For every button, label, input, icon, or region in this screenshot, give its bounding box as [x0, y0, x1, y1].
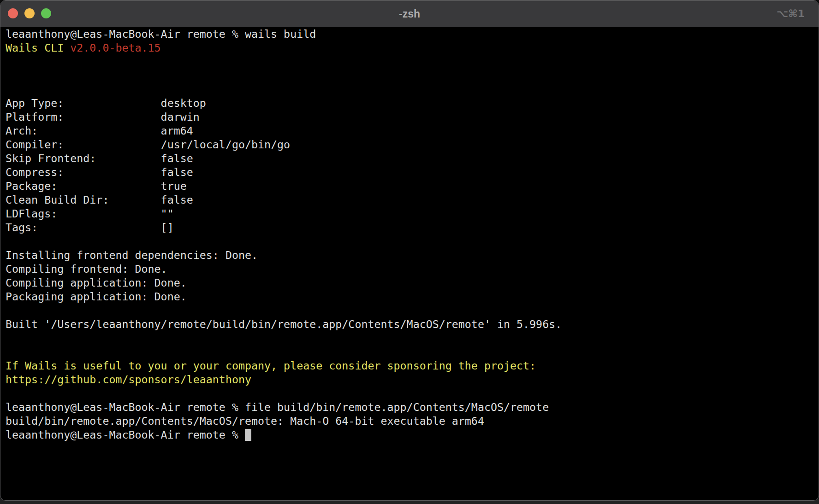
terminal-line: App Type:desktop	[6, 96, 819, 110]
terminal-text: https://github.com/sponsors/leaanthony	[6, 373, 251, 386]
keyboard-shortcut-badge: ⌥⌘1	[777, 0, 805, 27]
terminal-line: Compress:false	[6, 165, 819, 179]
terminal-line	[6, 387, 819, 400]
terminal-line: Compiling application: Done.	[6, 276, 819, 290]
terminal-text: leaanthony@Leas-MacBook-Air remote %	[6, 428, 245, 441]
terminal-line	[6, 331, 819, 345]
config-label: Compiler:	[6, 138, 161, 152]
terminal-text: Installing frontend dependencies: Done.	[6, 249, 258, 261]
terminal-line: If Wails is useful to you or your compan…	[6, 359, 819, 373]
terminal-line: Arch:arm64	[6, 124, 819, 138]
terminal-text: If Wails is useful to you or your compan…	[6, 359, 536, 372]
terminal-text: leaanthony@Leas-MacBook-Air remote % fil…	[6, 401, 549, 413]
terminal-line	[6, 304, 819, 317]
terminal-line: Clean Build Dir:false	[6, 193, 819, 207]
terminal-line	[6, 69, 819, 82]
terminal-line: Compiler:/usr/local/go/bin/go	[6, 138, 819, 152]
terminal-line: Wails CLI v2.0.0-beta.15	[6, 41, 819, 55]
terminal-line	[6, 55, 819, 69]
terminal-text: build/bin/remote.app/Contents/MacOS/remo…	[6, 415, 484, 427]
terminal-text: leaanthony@Leas-MacBook-Air remote % wai…	[6, 28, 316, 40]
config-label: App Type:	[6, 96, 161, 110]
config-label: Skip Frontend:	[6, 152, 161, 165]
config-value: ""	[161, 207, 174, 220]
terminal-line: leaanthony@Leas-MacBook-Air remote % wai…	[6, 27, 819, 41]
config-value: arm64	[161, 124, 193, 137]
terminal-line: Packaging application: Done.	[6, 290, 819, 304]
terminal-line	[6, 234, 819, 248]
config-label: Clean Build Dir:	[6, 193, 161, 207]
terminal-line: build/bin/remote.app/Contents/MacOS/remo…	[6, 414, 819, 428]
terminal-line: leaanthony@Leas-MacBook-Air remote %	[6, 428, 819, 442]
terminal-line: leaanthony@Leas-MacBook-Air remote % fil…	[6, 400, 819, 414]
terminal-text: Built '/Users/leaanthony/remote/build/bi…	[6, 318, 562, 330]
terminal-line: Built '/Users/leaanthony/remote/build/bi…	[6, 317, 819, 331]
window-title: -zsh	[0, 0, 819, 27]
config-label: Tags:	[6, 221, 161, 234]
terminal-line: Compiling frontend: Done.	[6, 262, 819, 276]
config-value: darwin	[161, 111, 200, 123]
config-label: Package:	[6, 179, 161, 193]
terminal-line: Platform:darwin	[6, 110, 819, 124]
terminal-line: Skip Frontend:false	[6, 152, 819, 165]
terminal-text: Compiling frontend: Done.	[6, 263, 167, 275]
terminal-line	[6, 82, 819, 96]
config-value: desktop	[161, 97, 206, 109]
terminal-text: Packaging application: Done.	[6, 290, 187, 303]
config-value: []	[161, 221, 174, 234]
terminal-line: Installing frontend dependencies: Done.	[6, 248, 819, 262]
config-value: true	[161, 180, 187, 192]
config-label: LDFlags:	[6, 207, 161, 221]
terminal-text: Compiling application: Done.	[6, 276, 187, 289]
terminal-window: -zsh ⌥⌘1 leaanthony@Leas-MacBook-Air rem…	[0, 0, 819, 501]
terminal-text: v2.0.0-beta.15	[70, 41, 160, 54]
terminal-line	[6, 345, 819, 359]
terminal-text: Wails CLI	[6, 41, 70, 54]
terminal-cursor	[245, 429, 251, 441]
terminal-screen[interactable]: leaanthony@Leas-MacBook-Air remote % wai…	[0, 27, 819, 442]
terminal-line: LDFlags:""	[6, 207, 819, 221]
terminal-line: Tags:[]	[6, 221, 819, 234]
config-value: /usr/local/go/bin/go	[161, 138, 291, 151]
config-value: false	[161, 152, 193, 164]
titlebar[interactable]: -zsh ⌥⌘1	[0, 0, 819, 27]
config-label: Platform:	[6, 110, 161, 124]
config-label: Arch:	[6, 124, 161, 138]
config-label: Compress:	[6, 165, 161, 179]
terminal-line: Package:true	[6, 179, 819, 193]
config-value: false	[161, 166, 193, 178]
desktop-background: -zsh ⌥⌘1 leaanthony@Leas-MacBook-Air rem…	[0, 0, 819, 504]
config-value: false	[161, 193, 193, 206]
terminal-line: https://github.com/sponsors/leaanthony	[6, 373, 819, 387]
